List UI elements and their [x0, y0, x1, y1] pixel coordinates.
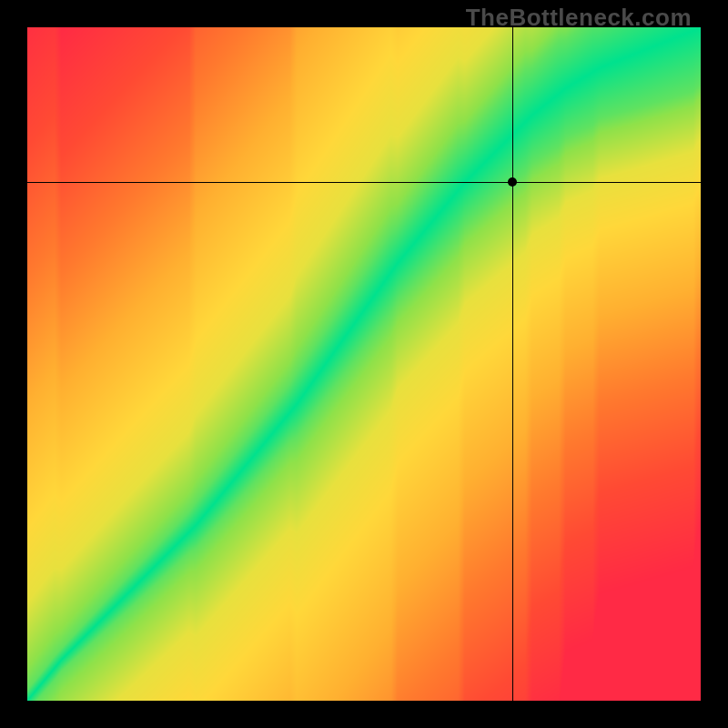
crosshair-point[interactable]: [508, 177, 517, 187]
crosshair-horizontal: [27, 182, 701, 183]
bottleneck-heatmap: [27, 27, 701, 701]
crosshair-vertical: [512, 27, 513, 701]
plot-area: [27, 27, 701, 701]
chart-container: TheBottleneck.com: [0, 0, 728, 728]
